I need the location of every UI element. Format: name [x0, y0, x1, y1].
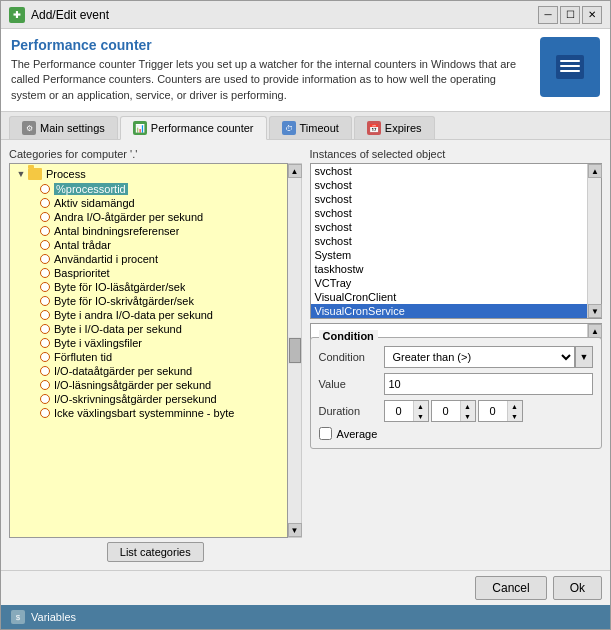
- cancel-button[interactable]: Cancel: [475, 576, 546, 600]
- tree-item-icke-vaxlings[interactable]: Icke växlingsbart systemminne - byte: [12, 406, 285, 420]
- tree-item-label: Aktiv sidamängd: [54, 197, 135, 209]
- instance-visualcronclient[interactable]: VisualCronClient: [311, 290, 588, 304]
- scroll-down-arrow[interactable]: ▼: [588, 304, 602, 318]
- instance-visualcronservice[interactable]: VisualCronService: [311, 304, 588, 318]
- tree-item-basprioritet[interactable]: Basprioritet: [12, 266, 285, 280]
- header-title: Performance counter: [11, 37, 530, 53]
- item-icon: [40, 184, 50, 194]
- duration-s-input[interactable]: [479, 401, 507, 421]
- title-bar: ✚ Add/Edit event ─ ☐ ✕: [1, 1, 610, 29]
- duration-s-up[interactable]: ▲: [508, 401, 522, 411]
- average-checkbox[interactable]: [319, 427, 332, 440]
- scroll-thumb[interactable]: [289, 338, 301, 363]
- tree-root-process[interactable]: ▼ Process: [12, 166, 285, 182]
- tree-item-bindnings[interactable]: Antal bindningsreferenser: [12, 224, 285, 238]
- condition-value-row: Value: [319, 373, 594, 395]
- tree-item-byte-io-skriv[interactable]: Byte för IO-skrivåtgärder/sek: [12, 294, 285, 308]
- duration-s-down[interactable]: ▼: [508, 411, 522, 421]
- tree-item-aktiv[interactable]: Aktiv sidamängd: [12, 196, 285, 210]
- duration-m-down[interactable]: ▼: [461, 411, 475, 421]
- main-window: ✚ Add/Edit event ─ ☐ ✕ Performance count…: [0, 0, 611, 630]
- tree-item-byte-io-data[interactable]: Byte i I/O-data per sekund: [12, 322, 285, 336]
- tree-item-label: %processortid: [54, 183, 128, 195]
- minimize-button[interactable]: ─: [538, 6, 558, 24]
- scroll-up-arrow[interactable]: ▲: [588, 164, 602, 178]
- tree-item-andra-io[interactable]: Andra I/O-åtgärder per sekund: [12, 210, 285, 224]
- bottom-bar: Cancel Ok: [1, 570, 610, 605]
- tree-item-tradar[interactable]: Antal trådar: [12, 238, 285, 252]
- instances-list[interactable]: svchost svchost svchost svchost svchost …: [311, 164, 588, 318]
- tree-item-label: Icke växlingsbart systemminne - byte: [54, 407, 234, 419]
- average-row: Average: [319, 427, 594, 440]
- tree-item-anvandartid[interactable]: Användartid i procent: [12, 252, 285, 266]
- duration-m-spin: ▲ ▼: [431, 400, 476, 422]
- condition-legend: Condition: [319, 330, 378, 342]
- tree-item-label: Byte för IO-läsåtgärder/sek: [54, 281, 185, 293]
- variables-icon: $: [11, 610, 25, 624]
- tree-item-label: Basprioritet: [54, 267, 110, 279]
- instance-taskhostw[interactable]: taskhostw: [311, 262, 588, 276]
- instance-system[interactable]: System: [311, 248, 588, 262]
- duration-h-up[interactable]: ▲: [414, 401, 428, 411]
- tree-item-byte-andra[interactable]: Byte i andra I/O-data per sekund: [12, 308, 285, 322]
- scroll-up-lower[interactable]: ▲: [588, 324, 602, 338]
- tree-item-byte-io-las[interactable]: Byte för IO-läsåtgärder/sek: [12, 280, 285, 294]
- tree-item-label: Förfluten tid: [54, 351, 112, 363]
- tree-root-label: Process: [46, 168, 86, 180]
- instances-wrapper: svchost svchost svchost svchost svchost …: [310, 163, 603, 319]
- tree-scrollbar[interactable]: ▲ ▼: [288, 163, 302, 538]
- scroll-up-arrow[interactable]: ▲: [288, 164, 302, 178]
- tab-timeout[interactable]: ⏱ Timeout: [269, 116, 352, 139]
- tree-item-byte-vaxlings[interactable]: Byte i växlingsfiler: [12, 336, 285, 350]
- item-icon: [40, 310, 50, 320]
- categories-tree[interactable]: ▼ Process %processortid Aktiv sidamängd: [9, 163, 288, 538]
- item-icon: [40, 366, 50, 376]
- categories-label: Categories for computer '.': [9, 148, 302, 160]
- instance-svchost-3[interactable]: svchost: [311, 192, 588, 206]
- instances-scrollbar[interactable]: ▲ ▼: [587, 164, 601, 318]
- tree-item-label: Byte i växlingsfiler: [54, 337, 142, 349]
- item-icon: [40, 240, 50, 250]
- duration-h-input[interactable]: [385, 401, 413, 421]
- tab-main-settings[interactable]: ⚙ Main settings: [9, 116, 118, 139]
- duration-s-btns: ▲ ▼: [507, 401, 522, 421]
- main-content: Categories for computer '.' ▼ Process %p…: [1, 140, 610, 570]
- condition-box: Condition Condition Greater than (>) Les…: [310, 337, 603, 449]
- scroll-down-arrow[interactable]: ▼: [288, 523, 302, 537]
- footer-label[interactable]: Variables: [31, 611, 76, 623]
- footer-bar: $ Variables: [1, 605, 610, 629]
- tab-performance-counter[interactable]: 📊 Performance counter: [120, 116, 267, 140]
- item-icon: [40, 324, 50, 334]
- maximize-button[interactable]: ☐: [560, 6, 580, 24]
- ok-button[interactable]: Ok: [553, 576, 602, 600]
- condition-select[interactable]: Greater than (>) Less than (<) Equal to …: [384, 346, 576, 368]
- list-categories-button[interactable]: List categories: [107, 542, 204, 562]
- tab-expires[interactable]: 📅 Expires: [354, 116, 435, 139]
- instance-svchost-1[interactable]: svchost: [311, 164, 588, 178]
- close-button[interactable]: ✕: [582, 6, 602, 24]
- tab-main-label: Main settings: [40, 122, 105, 134]
- window-icon: ✚: [9, 7, 25, 23]
- tree-item-io-las[interactable]: I/O-läsningsåtgärder per sekund: [12, 378, 285, 392]
- tree-item-forluten[interactable]: Förfluten tid: [12, 350, 285, 364]
- duration-h-down[interactable]: ▼: [414, 411, 428, 421]
- svg-rect-3: [560, 70, 580, 72]
- tree-item-io-skriv[interactable]: I/O-skrivningsåtgärder persekund: [12, 392, 285, 406]
- value-input[interactable]: [384, 373, 594, 395]
- duration-group: ▲ ▼ ▲ ▼: [384, 400, 523, 422]
- item-icon: [40, 198, 50, 208]
- instance-vctray[interactable]: VCTray: [311, 276, 588, 290]
- instance-svchost-2[interactable]: svchost: [311, 178, 588, 192]
- svg-rect-2: [560, 65, 580, 67]
- expand-icon: ▼: [14, 167, 28, 181]
- condition-dropdown-btn[interactable]: ▼: [575, 346, 593, 368]
- gear-icon: ⚙: [22, 121, 36, 135]
- instance-svchost-5[interactable]: svchost: [311, 220, 588, 234]
- duration-m-up[interactable]: ▲: [461, 401, 475, 411]
- duration-m-input[interactable]: [432, 401, 460, 421]
- tree-item-processortid[interactable]: %processortid: [12, 182, 285, 196]
- item-icon: [40, 254, 50, 264]
- instance-svchost-4[interactable]: svchost: [311, 206, 588, 220]
- tree-item-io-data[interactable]: I/O-dataåtgärder per sekund: [12, 364, 285, 378]
- instance-svchost-6[interactable]: svchost: [311, 234, 588, 248]
